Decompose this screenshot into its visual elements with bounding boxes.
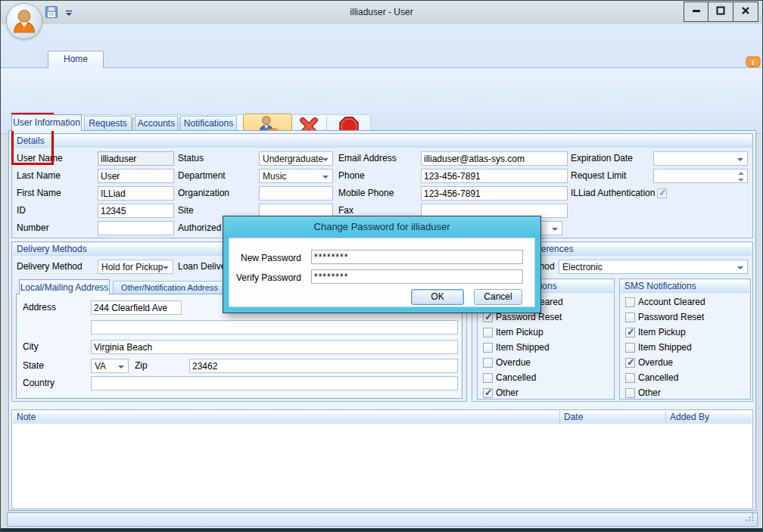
tab-requests[interactable]: Requests bbox=[84, 116, 132, 131]
sms-password-reset-checkbox[interactable] bbox=[625, 313, 635, 322]
user-name-field[interactable] bbox=[98, 151, 174, 166]
department-combo[interactable]: Music bbox=[259, 169, 333, 183]
save-icon[interactable] bbox=[45, 5, 58, 21]
address-line1-field[interactable] bbox=[91, 300, 182, 315]
sms-account-cleared-checkbox[interactable] bbox=[625, 297, 635, 307]
sms-overdue-checkbox[interactable] bbox=[625, 358, 635, 368]
notes-grid-body[interactable] bbox=[13, 424, 752, 508]
spinner-arrows-icon[interactable] bbox=[737, 171, 746, 182]
sms-notifications-header: SMS Notifications bbox=[621, 280, 749, 293]
column-header-date[interactable]: Date bbox=[560, 411, 666, 424]
column-header-note[interactable]: Note bbox=[13, 411, 560, 424]
address-line2-field[interactable] bbox=[91, 320, 458, 334]
tab-other-notification-address[interactable]: Other/Notification Address bbox=[113, 281, 226, 294]
qat-customize-arrow-icon[interactable] bbox=[65, 8, 73, 19]
illiad-authentication-checkbox[interactable] bbox=[657, 188, 667, 198]
email-item-pickup-checkbox[interactable] bbox=[483, 328, 493, 338]
maximize-icon bbox=[716, 6, 725, 17]
sms-item-pickup-label: Item Pickup bbox=[638, 325, 686, 340]
zip-label: Zip bbox=[135, 359, 148, 373]
verify-password-label: Verify Password bbox=[232, 271, 301, 285]
maximize-button[interactable] bbox=[708, 2, 733, 22]
email-overdue-checkbox[interactable] bbox=[483, 358, 493, 368]
minimize-button[interactable] bbox=[684, 2, 708, 22]
ok-button[interactable]: OK bbox=[411, 289, 464, 305]
tab-home[interactable]: Home bbox=[48, 51, 104, 68]
cancel-button[interactable]: Cancel bbox=[474, 289, 522, 305]
address-label: Address bbox=[23, 300, 56, 315]
id-field[interactable] bbox=[98, 204, 174, 218]
close-icon bbox=[741, 6, 750, 17]
user-avatar-icon bbox=[11, 7, 38, 36]
app-window: illiaduser - User Home i Change Password bbox=[0, 0, 763, 532]
email-item-shipped-checkbox[interactable] bbox=[483, 343, 493, 353]
delivery-method-label: Delivery Method bbox=[17, 260, 83, 274]
state-label: State bbox=[23, 359, 44, 373]
sms-other-label: Other bbox=[638, 386, 661, 400]
zip-field[interactable] bbox=[189, 359, 458, 373]
sms-item-pickup-checkbox[interactable] bbox=[625, 328, 635, 338]
new-password-field[interactable] bbox=[311, 250, 523, 264]
sms-notifications-panel: SMS Notifications Account Cleared Passwo… bbox=[619, 278, 751, 400]
request-limit-spinner[interactable] bbox=[653, 169, 748, 183]
request-limit-label: Request Limit bbox=[571, 169, 626, 183]
notes-grid: Note Date Added By bbox=[11, 409, 753, 509]
tab-notifications[interactable]: Notifications bbox=[180, 116, 237, 131]
organization-field[interactable] bbox=[259, 186, 333, 201]
email-item-shipped-label: Item Shipped bbox=[496, 341, 550, 355]
number-field[interactable] bbox=[98, 221, 174, 235]
application-menu-button[interactable] bbox=[6, 3, 42, 39]
change-password-dialog: Change Password for illiaduser New Passw… bbox=[223, 216, 541, 313]
close-button[interactable] bbox=[733, 2, 758, 22]
column-header-added-by[interactable]: Added By bbox=[666, 411, 753, 424]
chevron-down-icon bbox=[737, 158, 743, 161]
country-field[interactable] bbox=[91, 376, 458, 390]
email-overdue-label: Overdue bbox=[496, 356, 531, 370]
first-name-field[interactable] bbox=[98, 186, 174, 201]
last-name-label: Last Name bbox=[17, 169, 61, 183]
quick-access-toolbar bbox=[45, 5, 73, 21]
state-combo[interactable]: VA bbox=[91, 359, 129, 373]
city-label: City bbox=[23, 340, 39, 354]
country-label: Country bbox=[23, 376, 54, 390]
organization-label: Organization bbox=[178, 186, 229, 201]
email-address-label: Email Address bbox=[338, 151, 397, 166]
resize-grip-icon[interactable] bbox=[745, 512, 755, 524]
email-other-label: Other bbox=[496, 386, 519, 400]
verify-password-field[interactable] bbox=[311, 269, 523, 284]
status-bar bbox=[7, 512, 758, 527]
tab-user-information[interactable]: User Information bbox=[11, 114, 82, 131]
expiration-date-label: Expiration Date bbox=[571, 151, 633, 166]
chevron-down-icon bbox=[163, 266, 169, 269]
chevron-down-icon bbox=[737, 266, 743, 269]
tab-local-mailing-address[interactable]: Local/Mailing Address bbox=[19, 279, 110, 294]
new-password-label: New Password bbox=[232, 251, 301, 266]
email-other-checkbox[interactable] bbox=[483, 388, 493, 398]
minimize-icon bbox=[692, 6, 701, 17]
chevron-down-icon bbox=[322, 158, 329, 161]
chevron-down-icon bbox=[118, 366, 124, 369]
sms-password-reset-label: Password Reset bbox=[638, 310, 704, 325]
site-label: Site bbox=[178, 204, 194, 218]
last-name-field[interactable] bbox=[98, 169, 174, 183]
phone-field[interactable] bbox=[421, 169, 568, 183]
illiad-authentication-label: ILLiad Authentication bbox=[571, 186, 655, 201]
email-item-pickup-label: Item Pickup bbox=[496, 325, 543, 340]
email-address-field[interactable] bbox=[421, 151, 568, 166]
tab-accounts[interactable]: Accounts bbox=[135, 116, 178, 131]
sms-other-checkbox[interactable] bbox=[625, 388, 635, 398]
sms-account-cleared-label: Account Cleared bbox=[638, 295, 705, 310]
notification-method-combo[interactable]: Electronic bbox=[559, 260, 748, 274]
expiration-date-combo[interactable] bbox=[653, 151, 748, 166]
email-password-reset-checkbox[interactable] bbox=[483, 313, 493, 322]
window-title: illiaduser - User bbox=[1, 7, 762, 17]
sms-cancelled-checkbox[interactable] bbox=[625, 373, 635, 383]
sms-item-shipped-checkbox[interactable] bbox=[625, 343, 635, 353]
mobile-phone-field[interactable] bbox=[421, 186, 568, 201]
notes-grid-header: Note Date Added By bbox=[13, 411, 752, 424]
city-field[interactable] bbox=[91, 340, 458, 354]
delivery-method-combo[interactable]: Hold for Pickup bbox=[98, 260, 173, 274]
title-bar: illiaduser - User bbox=[1, 1, 762, 24]
status-combo[interactable]: Undergraduate bbox=[259, 151, 333, 166]
email-cancelled-checkbox[interactable] bbox=[483, 373, 493, 383]
